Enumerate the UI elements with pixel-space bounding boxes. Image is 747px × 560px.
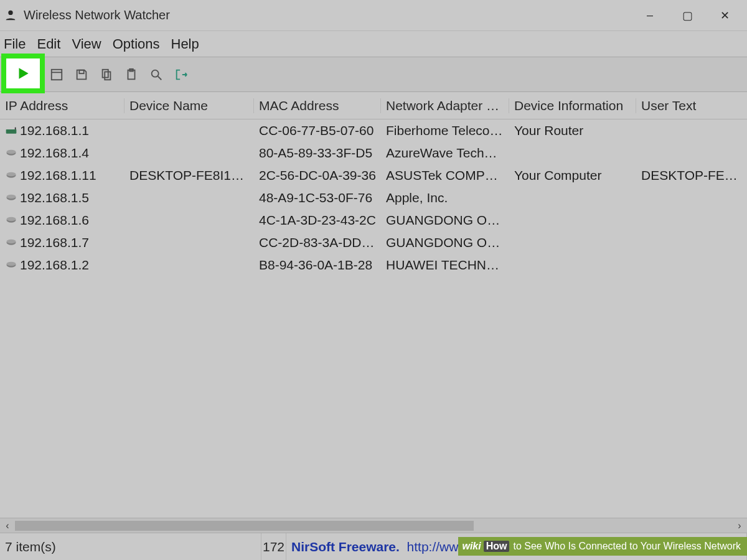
menu-view[interactable]: View: [72, 36, 101, 52]
router-icon: [5, 126, 17, 136]
cell-ip: 192.168.1.1: [20, 123, 89, 138]
cell-name: DESKTOP-FE8I1TG: [125, 168, 254, 183]
cell-company: HUAWEI TECHNOLOGIE...: [381, 258, 509, 273]
menu-options[interactable]: Options: [113, 36, 160, 52]
scroll-left-arrow[interactable]: ‹: [0, 518, 15, 533]
device-icon: [5, 193, 17, 203]
play-icon: [15, 65, 31, 82]
caption-wiki: wiki: [462, 541, 481, 552]
menu-file[interactable]: File: [4, 36, 26, 52]
exit-button[interactable]: [172, 65, 190, 84]
cell-company: ASUSTek COMPUTER INC.: [381, 168, 509, 183]
cell-mac: 80-A5-89-33-3F-D5: [254, 146, 381, 161]
svg-rect-1: [52, 69, 62, 80]
start-scan-button[interactable]: [6, 58, 40, 88]
device-icon: [5, 238, 17, 248]
table-row[interactable]: 192.168.1.480-A5-89-33-3F-D5AzureWave Te…: [0, 142, 747, 164]
col-info[interactable]: Device Information: [509, 98, 636, 113]
maximize-button[interactable]: ▢: [669, 0, 706, 31]
table-row[interactable]: 192.168.1.11DESKTOP-FE8I1TG2C-56-DC-0A-3…: [0, 164, 747, 187]
device-icon: [5, 260, 17, 270]
svg-rect-10: [6, 129, 17, 134]
cell-info: Your Computer: [509, 168, 636, 183]
caption-text: to See Who Is Connected to Your Wireless…: [513, 541, 741, 552]
toolbar: [0, 57, 747, 92]
svg-point-19: [7, 217, 16, 222]
svg-point-23: [7, 262, 16, 266]
device-icon: [5, 170, 17, 180]
table-row[interactable]: 192.168.1.1CC-06-77-B5-07-60Fiberhome Te…: [0, 119, 747, 142]
device-list: IP Address Device Name MAC Address Netwo…: [0, 92, 747, 518]
svg-point-8: [152, 70, 159, 77]
status-number: 172: [261, 533, 286, 560]
svg-rect-3: [79, 70, 83, 73]
scroll-right-arrow[interactable]: ›: [732, 518, 747, 533]
cell-mac: 2C-56-DC-0A-39-36: [254, 168, 381, 183]
wikihow-caption: wiki How to See Who Is Connected to Your…: [458, 537, 747, 556]
save-button[interactable]: [72, 65, 91, 84]
cell-ip: 192.168.1.6: [20, 213, 89, 228]
exit-icon: [174, 68, 188, 82]
table-row[interactable]: 192.168.1.7CC-2D-83-3A-DD-C7GUANGDONG OP…: [0, 231, 747, 254]
cell-ip: 192.168.1.11: [20, 168, 96, 183]
cell-company: AzureWave Technology ...: [381, 146, 509, 161]
window-title: Wireless Network Watcher: [24, 8, 170, 22]
cell-mac: 4C-1A-3D-23-43-2C: [254, 213, 381, 228]
cell-company: Apple, Inc.: [381, 190, 509, 205]
cell-company: GUANGDONG OPPO M...: [381, 213, 509, 228]
find-icon: [149, 68, 163, 82]
device-icon: [5, 215, 17, 225]
svg-point-13: [7, 150, 16, 154]
menu-edit[interactable]: Edit: [37, 36, 60, 52]
col-name[interactable]: Device Name: [125, 98, 254, 113]
cell-ip: 192.168.1.7: [20, 235, 89, 250]
cell-mac: B8-94-36-0A-1B-28: [254, 258, 381, 273]
status-item-count: 7 item(s): [0, 533, 261, 560]
column-headers: IP Address Device Name MAC Address Netwo…: [0, 92, 747, 119]
cell-mac: CC-2D-83-3A-DD-C7: [254, 235, 381, 250]
col-mac[interactable]: MAC Address: [254, 98, 381, 113]
table-row[interactable]: 192.168.1.548-A9-1C-53-0F-76Apple, Inc.: [0, 187, 747, 209]
copy-button[interactable]: [97, 65, 116, 84]
clipboard-icon: [125, 68, 138, 82]
scroll-thumb[interactable]: [15, 521, 474, 531]
cell-mac: 48-A9-1C-53-0F-76: [254, 190, 381, 205]
svg-point-0: [8, 10, 12, 14]
minimize-button[interactable]: –: [631, 0, 669, 31]
svg-point-21: [7, 240, 16, 244]
cell-ip: 192.168.1.2: [20, 258, 89, 273]
titlebar: Wireless Network Watcher – ▢ ✕: [0, 0, 747, 31]
caption-how: How: [484, 541, 510, 552]
copy-icon: [100, 68, 113, 82]
device-icon: [5, 148, 17, 158]
cell-user: DESKTOP-FE8I1TG: [636, 168, 747, 183]
cell-mac: CC-06-77-B5-07-60: [254, 123, 381, 138]
col-ip[interactable]: IP Address: [0, 98, 125, 113]
properties-button[interactable]: [47, 65, 66, 84]
cell-info: Your Router: [509, 123, 636, 138]
menu-help[interactable]: Help: [171, 36, 199, 52]
svg-point-17: [7, 195, 16, 199]
properties-icon: [50, 68, 63, 82]
svg-point-15: [7, 172, 16, 177]
cell-company: Fiberhome Telecommu...: [381, 123, 509, 138]
menubar: File Edit View Options Help: [0, 31, 747, 57]
table-row[interactable]: 192.168.1.2B8-94-36-0A-1B-28HUAWEI TECHN…: [0, 254, 747, 276]
close-button[interactable]: ✕: [706, 0, 743, 31]
cell-ip: 192.168.1.5: [20, 190, 89, 205]
table-row[interactable]: 192.168.1.64C-1A-3D-23-43-2CGUANGDONG OP…: [0, 209, 747, 231]
status-brand: NirSoft Freeware.: [291, 539, 400, 554]
app-icon: [4, 9, 17, 22]
find-button[interactable]: [147, 65, 166, 84]
cell-company: GUANGDONG OPPO M...: [381, 235, 509, 250]
cell-ip: 192.168.1.4: [20, 146, 89, 161]
horizontal-scrollbar[interactable]: ‹ ›: [0, 518, 747, 533]
scroll-track[interactable]: [15, 520, 732, 532]
svg-line-9: [158, 76, 162, 80]
col-user[interactable]: User Text: [636, 98, 747, 113]
save-icon: [75, 68, 88, 82]
clipboard-button[interactable]: [122, 65, 141, 84]
col-company[interactable]: Network Adapter Comp...: [381, 98, 509, 113]
